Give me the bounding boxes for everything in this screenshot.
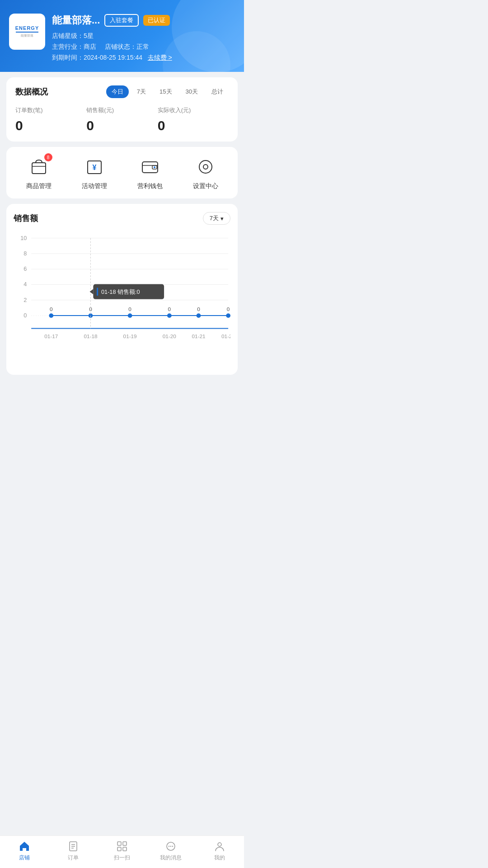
orders-label: 订单数(笔) — [15, 106, 86, 114]
mgmt-goods[interactable]: 8 商品管理 — [26, 155, 52, 190]
mgmt-wallet[interactable]: 营利钱包 — [137, 155, 163, 190]
stat-orders: 订单数(笔) 0 — [15, 106, 86, 133]
period-tabs: 今日 7天 15天 30天 总计 — [106, 85, 229, 98]
mgmt-activity[interactable]: ¥ 活动管理 — [82, 155, 107, 190]
svg-point-27 — [197, 314, 201, 318]
period-tab-30d[interactable]: 30天 — [180, 85, 203, 98]
svg-rect-44 — [97, 288, 98, 296]
svg-point-26 — [167, 314, 172, 318]
store-name: 能量部落... — [52, 14, 100, 27]
svg-text:01-18 销售额:0: 01-18 销售额:0 — [101, 288, 140, 295]
period-tab-7d[interactable]: 7天 — [131, 85, 151, 98]
svg-point-9 — [203, 165, 208, 169]
svg-text:0: 0 — [50, 307, 53, 312]
svg-text:2: 2 — [23, 297, 27, 303]
svg-text:0: 0 — [168, 307, 171, 312]
svg-text:0: 0 — [227, 307, 230, 312]
chart-period-selector[interactable]: 7天 ▾ — [203, 212, 230, 225]
dropdown-icon: ▾ — [221, 215, 224, 222]
svg-text:4: 4 — [23, 281, 27, 288]
svg-point-28 — [226, 314, 230, 318]
svg-text:¥: ¥ — [92, 164, 96, 171]
store-star-value: 5星 — [84, 32, 94, 39]
svg-text:01-18: 01-18 — [84, 333, 98, 339]
svg-text:01-21: 01-21 — [192, 333, 205, 339]
management-card: 8 商品管理 ¥ 活动管理 — [6, 147, 238, 198]
sales-label: 销售额(元) — [86, 106, 157, 114]
svg-text:01-20: 01-20 — [163, 333, 177, 339]
svg-rect-0 — [32, 163, 46, 174]
sales-chart-card: 销售额 7天 ▾ 10 8 6 4 2 0 — [6, 204, 238, 375]
income-value: 0 — [158, 118, 229, 133]
svg-point-8 — [199, 160, 212, 173]
settings-label: 设置中心 — [193, 182, 218, 190]
sales-chart-svg: 10 8 6 4 2 0 — [14, 231, 230, 368]
svg-point-23 — [49, 314, 53, 318]
svg-text:6: 6 — [23, 266, 27, 273]
activity-label: 活动管理 — [82, 182, 107, 190]
svg-point-25 — [128, 314, 132, 318]
join-package-button[interactable]: 入驻套餐 — [104, 14, 139, 27]
settings-icon — [195, 156, 216, 177]
svg-text:10: 10 — [20, 235, 27, 241]
svg-text:0: 0 — [23, 312, 27, 319]
svg-text:0: 0 — [197, 307, 200, 312]
mgmt-settings[interactable]: 设置中心 — [193, 155, 218, 190]
orders-value: 0 — [15, 118, 86, 133]
store-star-row: 店铺星级：5星 — [52, 31, 235, 42]
store-industry-row: 主营行业：商店 店铺状态：正常 — [52, 42, 235, 52]
renew-link[interactable]: 去续费 > — [148, 54, 172, 61]
svg-text:01-22: 01-22 — [221, 333, 230, 339]
stat-sales: 销售额(元) 0 — [86, 106, 157, 133]
chart-period-value: 7天 — [210, 214, 219, 222]
svg-point-7 — [154, 166, 155, 168]
svg-text:01-19: 01-19 — [123, 333, 137, 339]
svg-text:01-17: 01-17 — [44, 333, 58, 339]
store-logo: ENERGY 能量部落 — [9, 14, 45, 50]
svg-text:0: 0 — [128, 307, 131, 312]
period-tab-today[interactable]: 今日 — [106, 85, 129, 98]
income-label: 实际收入(元) — [158, 106, 229, 114]
wallet-icon — [140, 156, 160, 177]
activity-icon: ¥ — [84, 156, 105, 177]
stats-card: 数据概况 今日 7天 15天 30天 总计 订单数(笔) 0 销售额(元) 0 … — [6, 77, 238, 142]
svg-text:8: 8 — [23, 250, 27, 257]
logo-sub-text: 能量部落 — [15, 33, 39, 38]
wallet-label: 营利钱包 — [137, 182, 163, 190]
period-tab-15d[interactable]: 15天 — [154, 85, 177, 98]
chart-title: 销售额 — [14, 213, 38, 224]
data-points — [49, 314, 230, 318]
store-header: ENERGY 能量部落 能量部落... 入驻套餐 已认证 店铺星级：5星 主营行… — [0, 0, 244, 72]
period-tab-total[interactable]: 总计 — [206, 85, 229, 98]
stats-title: 数据概况 — [15, 86, 48, 97]
certified-button[interactable]: 已认证 — [143, 15, 170, 26]
stat-income: 实际收入(元) 0 — [158, 106, 229, 133]
logo-energy-text: ENERGY — [15, 25, 39, 31]
goods-label: 商品管理 — [26, 182, 52, 190]
sales-value: 0 — [86, 118, 157, 133]
goods-badge: 8 — [44, 153, 52, 161]
svg-marker-43 — [89, 289, 93, 295]
store-expire-row: 到期时间：2024-08-25 19:15:44 去续费 > — [52, 52, 235, 63]
